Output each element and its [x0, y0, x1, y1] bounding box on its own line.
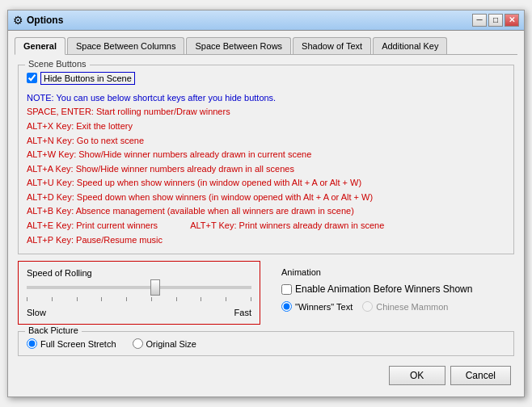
tick	[151, 297, 152, 301]
tick	[251, 297, 251, 301]
title-bar: ⚙ Options ─ □ ✕	[8, 10, 524, 31]
animation-checkbox[interactable]	[281, 284, 292, 295]
radio-original-size-input[interactable]	[133, 338, 143, 349]
tab-space-columns[interactable]: Space Between Columns	[67, 37, 185, 54]
note-line-1: SPACE, ENTER: Start rolling number/Draw …	[27, 105, 505, 120]
note-line-9: ALT+E Key: Print current winners	[27, 219, 158, 233]
back-picture-group: Back Picture Full Screen Stretch Origina…	[18, 331, 514, 356]
back-picture-label: Back Picture	[25, 325, 82, 335]
note-line-6: ALT+U Key: Speed up when show winners (i…	[27, 176, 505, 191]
radio-original-size-label: Original Size	[146, 339, 196, 349]
title-bar-left: ⚙ Options	[13, 14, 63, 27]
title-buttons: ─ □ ✕	[472, 14, 519, 27]
animation-radio-row: "Winners" Text Chinese Mammon	[281, 301, 506, 312]
note-line-4: ALT+W Key: Show/Hide winner numbers alre…	[27, 148, 505, 162]
window-icon: ⚙	[13, 14, 23, 27]
radio-chinese-mammon-input[interactable]	[362, 301, 373, 312]
note-line-5: ALT+A Key: Show/Hide winner numbers alre…	[27, 162, 505, 177]
hide-buttons-checkbox[interactable]	[27, 73, 37, 83]
radio-winners-text: "Winners" Text	[281, 301, 353, 312]
tab-additional-key[interactable]: Additional Key	[373, 37, 447, 54]
tick	[201, 297, 201, 301]
hide-buttons-row: Hide Buttons in Scene	[27, 72, 505, 85]
ok-button[interactable]: OK	[389, 366, 445, 385]
radio-chinese-label: Chinese Mammon	[376, 302, 448, 312]
fast-label: Fast	[234, 308, 251, 317]
window-title: Options	[27, 15, 63, 26]
note-line-2: ALT+X Key: Exit the lottery	[27, 120, 505, 134]
tick	[27, 297, 27, 301]
tick	[77, 297, 78, 301]
hide-buttons-text: Hide Buttons in Scene	[40, 72, 135, 85]
animation-box: Animation Enable Animation Before Winner…	[273, 261, 514, 325]
radio-full-screen: Full Screen Stretch	[27, 338, 116, 349]
tick	[101, 297, 102, 301]
minimize-button[interactable]: ─	[472, 14, 487, 27]
maximize-button[interactable]: □	[488, 14, 503, 27]
notes-area: NOTE: You can use below shortcut keys af…	[27, 91, 505, 248]
tab-bar: General Space Between Columns Space Betw…	[15, 37, 517, 55]
scene-buttons-label: Scene Buttons	[25, 59, 90, 69]
tab-space-rows[interactable]: Space Between Rows	[186, 37, 291, 54]
options-window: ⚙ Options ─ □ ✕ General Space Between Co…	[7, 10, 525, 398]
note-line-11: ALT+P Key: Pause/Resume music	[27, 233, 505, 248]
slider-container	[27, 286, 251, 301]
window-body: General Space Between Columns Space Betw…	[8, 31, 524, 397]
tick	[126, 297, 127, 301]
tick	[226, 297, 226, 301]
speed-box: Speed of Rolling	[18, 261, 260, 325]
radio-winners-label: "Winners" Text	[295, 302, 353, 312]
slow-label: Slow	[27, 308, 46, 317]
note-line-10: ALT+T Key: Print winners already drawn i…	[190, 219, 384, 233]
note-line-8: ALT+B Key: Absence management (available…	[27, 204, 505, 219]
slider-track	[27, 286, 251, 289]
scene-buttons-group: Scene Buttons Hide Buttons in Scene NOTE…	[18, 65, 514, 255]
radio-full-screen-label: Full Screen Stretch	[40, 339, 116, 349]
note-line-0: NOTE: You can use below shortcut keys af…	[27, 91, 505, 106]
tab-shadow-text[interactable]: Shadow of Text	[293, 37, 371, 54]
tab-general[interactable]: General	[15, 37, 65, 55]
note-line-7: ALT+D Key: Speed down when show winners …	[27, 191, 505, 205]
radio-full-screen-input[interactable]	[27, 338, 37, 349]
slider-labels: Slow Fast	[27, 308, 251, 317]
close-button[interactable]: ✕	[505, 14, 519, 27]
footer: OK Cancel	[15, 359, 517, 390]
radio-chinese-mammon: Chinese Mammon	[362, 301, 448, 312]
tick	[176, 297, 177, 301]
speed-label: Speed of Rolling	[27, 268, 251, 278]
radio-winners-text-input[interactable]	[281, 301, 292, 312]
note-line-3: ALT+N Key: Go to next scene	[27, 134, 505, 149]
back-picture-radio-row: Full Screen Stretch Original Size	[27, 338, 505, 349]
animation-checkbox-label: Enable Animation Before Winners Shown	[295, 283, 472, 295]
slider-ticks	[27, 297, 251, 301]
speed-anim-row: Speed of Rolling	[18, 261, 514, 325]
cancel-button[interactable]: Cancel	[450, 366, 511, 385]
tab-content: Scene Buttons Hide Buttons in Scene NOTE…	[15, 61, 517, 360]
tick	[52, 297, 53, 301]
slider-thumb[interactable]	[150, 279, 160, 296]
animation-check-row: Enable Animation Before Winners Shown	[281, 283, 506, 295]
animation-title: Animation	[281, 267, 506, 277]
radio-original-size: Original Size	[133, 338, 196, 349]
